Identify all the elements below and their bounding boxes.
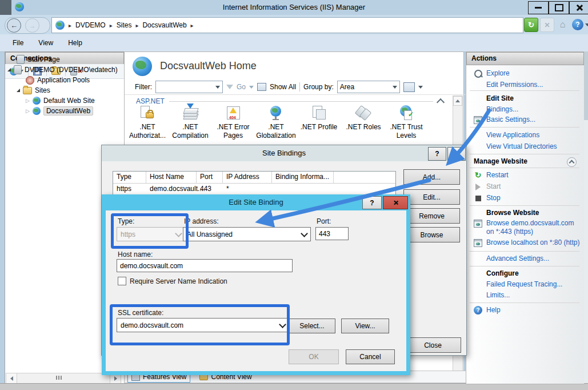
group-by-select[interactable]: Area [337,81,400,93]
tree-item-sites[interactable]: Sites [17,85,50,95]
highlight-type-box [111,213,189,249]
edit-button[interactable]: Edit... [403,189,460,205]
cancel-button[interactable]: Cancel [346,349,395,364]
filter-input[interactable] [155,81,223,93]
refresh-button[interactable]: ↻ [524,18,538,32]
action-limits[interactable]: Limits... [474,291,581,300]
view-mode-icon[interactable] [403,82,415,92]
tree-item-default-web-site[interactable]: ▷ Default Web Site [26,95,95,106]
scroll-left-button[interactable] [6,373,17,384]
browse-button[interactable]: Browse [403,227,460,242]
restart-icon: ↻ [474,171,482,180]
col-ip-address[interactable]: IP Address [223,172,272,183]
menu-bar: File View Help [0,34,588,52]
col-host-name[interactable]: Host Name [146,172,197,183]
feature-net-error-pages[interactable]: 404 .NET Error Pages [211,105,255,140]
tree-item-application-pools[interactable]: Application Pools [26,75,90,85]
net-authorization-icon [139,105,155,121]
ok-button: OK [289,349,339,364]
action-browse-http[interactable]: Browse localhost on *:80 (http) [474,238,581,247]
web-site-icon [33,97,41,105]
menu-help[interactable]: Help [68,39,82,47]
action-help[interactable]: ? Help [474,306,581,315]
tree-item-server[interactable]: DVDEMO (DVDEMO\edatech) [7,65,118,75]
action-advanced-settings[interactable]: Advanced Settings... [474,254,581,263]
tree-item-docsvaultweb[interactable]: ▷ DocsvaultWeb [26,106,93,116]
port-input[interactable]: 443 [315,227,349,240]
close-button[interactable] [569,1,588,14]
col-type[interactable]: Type [113,172,146,183]
show-all-button[interactable]: Show All [270,83,296,91]
action-stop[interactable]: Stop [474,194,581,202]
view-mode-caret-icon[interactable] [418,86,423,89]
breadcrumb-arrow: ▸ [110,22,113,29]
breadcrumb[interactable]: ▸ DVDEMO ▸ Sites ▸ DocsvaultWeb ▸ [51,17,523,33]
action-edit-permissions[interactable]: Edit Permissions... [474,81,581,89]
maximize-button[interactable] [549,1,569,14]
go-caret-icon[interactable] [249,86,254,89]
home-button[interactable]: ⌂ [556,18,569,31]
edit-site-binding-dialog: Edit Site Binding ? Type: https IP addre… [102,194,410,375]
expanded-arrow-icon[interactable] [17,89,20,92]
remove-button[interactable]: Remove [403,208,460,224]
actions-scrollbar[interactable] [584,51,588,383]
feature-net-profile[interactable]: .NET Profile [297,105,341,132]
binding-row[interactable]: https demo.docsvault.... 443 * [113,184,395,194]
feature-net-trust-levels[interactable]: ✓ .NET Trust Levels [385,105,428,140]
ip-address-select[interactable]: All Unassigned [183,227,311,241]
col-binding-info[interactable]: Binding Informa... [272,172,334,183]
breadcrumb-site[interactable]: DocsvaultWeb [142,21,186,29]
section-collapse-icon[interactable] [437,98,445,106]
stop-load-button[interactable]: ✕ [540,18,554,32]
action-view-applications[interactable]: View Applications [474,131,581,140]
menu-view[interactable]: View [38,39,53,47]
select-button[interactable]: Select... [289,319,335,333]
feature-net-authorization[interactable]: .NET Authorizat... [126,105,169,140]
breadcrumb-sites[interactable]: Sites [117,21,132,29]
feature-net-roles[interactable]: .NET Roles [342,105,385,132]
action-browse-https[interactable]: Browse demo.docsvault.com on *:443 (http… [474,219,581,236]
window-titlebar: Internet Information Services (IIS) Mana… [0,0,588,15]
net-roles-icon [355,105,371,121]
action-basic-settings[interactable]: Basic Settings... [474,116,581,124]
add-button[interactable]: Add... [403,169,460,185]
collapse-group-icon[interactable] [567,157,577,167]
collapsed-arrow-icon[interactable]: ▷ [26,108,30,114]
action-restart[interactable]: ↻ Restart [474,171,581,180]
back-button[interactable]: ← [7,18,21,33]
host-name-input[interactable]: demo.docsvault.com [117,259,293,272]
host-name-label: Host name: [118,250,153,258]
scroll-up-button[interactable] [453,96,462,106]
collapsed-arrow-icon[interactable]: ▷ [26,98,30,104]
action-explore[interactable]: Explore [474,69,581,78]
dialog-help-button[interactable]: ? [428,147,446,161]
show-all-icon [257,83,266,91]
section-header-aspnet[interactable]: ASP.NET [136,97,165,105]
feature-net-compilation[interactable]: .NET Compilation [169,105,212,140]
view-button[interactable]: View... [341,319,389,333]
help-button-top[interactable]: ? [572,19,583,30]
minimize-button[interactable] [528,1,549,14]
dialog-close-button[interactable] [383,196,408,209]
bindings-grid-header: Type Host Name Port IP Address Binding I… [113,172,395,184]
close-dialog-button[interactable]: Close [405,337,461,353]
start-page-icon [17,55,25,64]
expanded-arrow-icon[interactable] [7,68,11,71]
sni-label: Require Server Name Indication [130,277,227,285]
forward-button[interactable]: → [25,18,39,33]
scrollbar-grip[interactable] [56,376,62,380]
breadcrumb-server[interactable]: DVDEMO [75,21,106,29]
menu-file[interactable]: File [13,39,23,47]
col-port[interactable]: Port [197,172,223,183]
sni-checkbox[interactable] [118,277,126,285]
action-bindings[interactable]: Bindings... [474,105,581,114]
go-button[interactable]: Go [237,83,246,91]
dialog-help-button[interactable]: ? [362,196,382,209]
feature-net-globalization[interactable]: .NET Globalization [254,105,298,140]
tree-item-start-page[interactable]: Start Page [17,54,60,65]
dialog-close-button[interactable] [447,147,466,161]
action-view-virtual-directories[interactable]: View Virtual Directories [474,142,581,151]
action-failed-request-tracing[interactable]: Failed Request Tracing... [474,280,581,289]
help-caret-icon[interactable] [585,23,588,26]
ip-address-label: IP address: [184,217,218,225]
